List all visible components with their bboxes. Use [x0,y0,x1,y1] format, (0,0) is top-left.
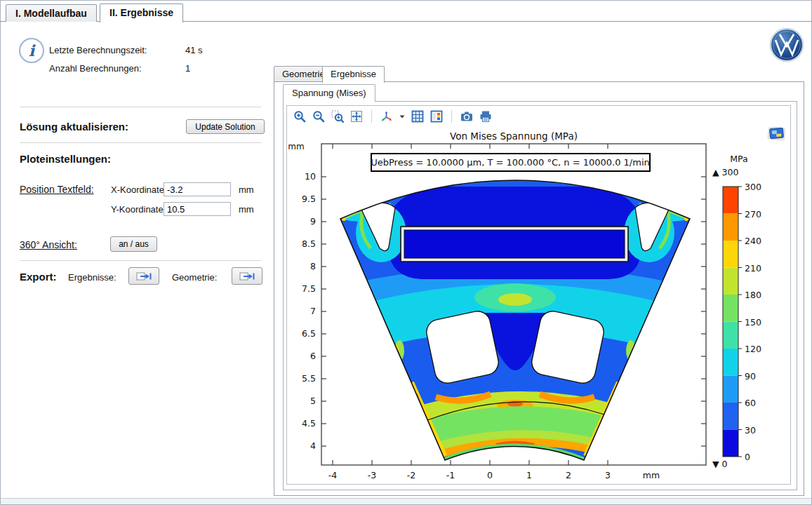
update-solution-label: Lösung aktualisieren: [20,121,128,133]
toolbar-separator [451,110,452,123]
position-textfield-label: Position Textfeld: [20,184,94,195]
tab-spannung-mises[interactable]: Spannung (Mises) [283,84,375,102]
plot-thumbnail-button[interactable] [768,127,785,140]
svg-text:210: 210 [745,263,761,274]
grid-icon[interactable] [411,109,425,123]
mises-plot: Von Mises Spannung (MPa) mm [287,127,790,484]
x-unit-label: mm [239,184,254,195]
svg-text:6: 6 [310,351,316,361]
export-results-label: Ergebnisse: [68,272,117,283]
tab-ergebnisse-inner[interactable]: Ergebnisse [322,66,385,83]
chevron-down-icon[interactable] [399,109,406,123]
colorbar-min: ▼ 0 [712,459,728,469]
svg-text:5.5: 5.5 [302,373,316,384]
y-unit-label: mm [239,204,254,215]
y-axis-labels: 10 9.5 9 8.5 8 7.5 7 6.5 6 5.5 5 4.5 4 [302,171,316,451]
svg-text:4: 4 [310,440,316,451]
computation-count-label: Anzahl Berechnungen: [49,63,142,74]
annotation-text: UebPress = 10.0000 μm, T = 100.000 °C, n… [371,157,650,168]
svg-text:60: 60 [745,398,756,408]
export-geometry-label: Geometrie: [172,272,217,283]
zoom-box-icon[interactable] [331,109,345,123]
colorbar: MPa ▲ 300 [712,154,761,469]
export-icon [136,271,152,282]
toolbar-separator [371,110,372,123]
svg-text:10: 10 [305,171,316,182]
tab-ergebnisse[interactable]: II. Ergebnisse [100,4,183,22]
svg-text:4.5: 4.5 [302,418,316,429]
app-window: I. Modellaufbau II. Ergebnisse i Letzte … [0,0,812,505]
x-coordinate-label: X-Koordinate: [111,184,167,195]
colorbar-labels: 300 270 240 210 180 150 120 90 60 30 0 [745,182,761,462]
y-coordinate-label: Y-Koordinate: [111,204,166,215]
computation-count-value: 1 [185,63,190,74]
plot-settings-heading: Ploteinstellungen: [20,153,111,165]
parameter-annotation: UebPress = 10.0000 μm, T = 100.000 °C, n… [371,154,650,171]
info-icon: i [19,38,44,63]
divider [20,142,261,143]
svg-text:9: 9 [310,216,316,227]
x-coordinate-input[interactable] [164,182,231,196]
zoom-out-icon[interactable] [312,109,326,123]
svg-text:240: 240 [745,236,761,246]
last-computation-label: Letzte Berechnungszeit: [49,45,147,55]
color-legend-icon[interactable] [430,109,444,123]
y-axis-unit: mm [288,142,304,152]
export-heading: Export: [20,271,57,283]
svg-text:7.5: 7.5 [302,283,316,294]
svg-text:-1: -1 [446,470,455,480]
svg-text:0: 0 [745,452,750,462]
svg-text:300: 300 [745,182,761,192]
rotor-sector-contour [336,180,692,462]
magnet-rectangle [401,227,628,262]
graphics-toolbar [287,106,790,127]
svg-text:3: 3 [605,470,611,480]
svg-text:30: 30 [745,425,756,436]
svg-text:90: 90 [745,371,756,382]
svg-text:2: 2 [566,470,571,480]
plot-title: Von Mises Spannung (MPa) [450,130,578,142]
tab-modellaufbau[interactable]: I. Modellaufbau [6,4,97,22]
colorbar-unit: MPa [730,154,747,164]
export-results-button[interactable] [128,267,159,285]
svg-text:9.5: 9.5 [302,194,316,204]
svg-text:150: 150 [745,317,761,328]
divider [20,107,261,107]
zoom-extents-icon[interactable] [350,109,364,123]
svg-text:7: 7 [310,306,316,316]
svg-text:-2: -2 [407,470,415,480]
x-axis-labels: -4 -3 -2 -1 0 1 2 3 mm [328,470,660,480]
graphics-area: Von Mises Spannung (MPa) mm [286,105,791,485]
svg-text:120: 120 [745,344,761,354]
svg-text:5: 5 [310,396,316,406]
window-bottom-strip [1,498,811,504]
svg-text:8.5: 8.5 [302,238,316,249]
colorbar-max: ▲ 300 [712,167,738,177]
export-geometry-button[interactable] [232,267,262,285]
svg-text:270: 270 [745,209,761,220]
svg-text:-4: -4 [328,470,338,480]
export-icon [239,271,255,282]
last-computation-value: 41 s [185,45,203,55]
svg-text:0: 0 [487,470,493,480]
y-coordinate-input[interactable] [164,202,231,216]
update-solution-button[interactable]: Update Solution [186,119,265,134]
view-360-label: 360° Ansicht: [20,239,77,250]
view-360-toggle-button[interactable]: an / aus [110,236,157,252]
vw-logo [768,27,805,63]
svg-text:8: 8 [310,261,316,271]
view-orientation-icon[interactable] [380,109,394,123]
x-axis-unit: mm [643,470,660,480]
svg-text:6.5: 6.5 [302,328,316,339]
svg-text:-3: -3 [368,470,376,480]
snapshot-icon[interactable] [460,109,474,123]
zoom-in-icon[interactable] [293,109,307,123]
divider [20,260,261,261]
svg-text:180: 180 [745,290,761,300]
print-icon[interactable] [479,109,493,123]
svg-text:1: 1 [526,470,532,480]
